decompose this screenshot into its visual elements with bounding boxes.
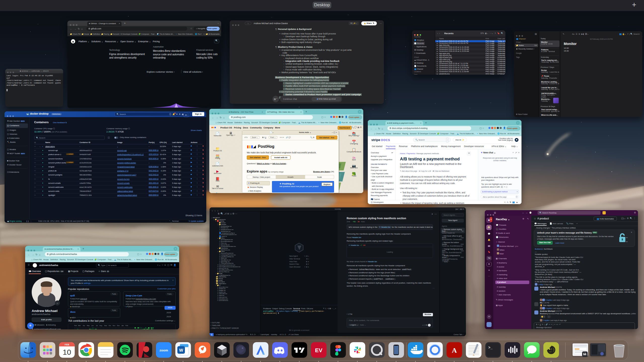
svg-text:EV: EV (315, 347, 323, 353)
svg-text:A: A (452, 346, 457, 354)
svg-text:W: W (179, 348, 183, 353)
svg-text:zoom: zoom (159, 348, 168, 352)
svg-text:10: 10 (63, 348, 71, 356)
svg-text:>_: >_ (488, 346, 493, 350)
svg-text:FEB: FEB (65, 343, 69, 346)
